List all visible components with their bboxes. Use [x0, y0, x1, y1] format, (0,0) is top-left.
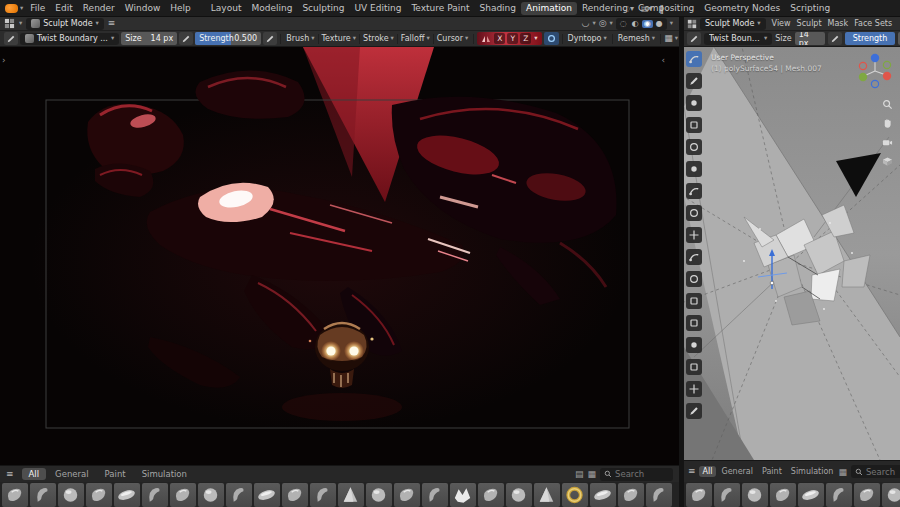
editor-type-caret-icon[interactable]: ▾ — [19, 20, 22, 27]
popover-stroke[interactable]: Stroke▾ — [361, 34, 396, 43]
left-shelf-tab-general[interactable]: General — [48, 468, 96, 480]
brush-selector-right[interactable]: Twist Boundary ... ▾ — [704, 33, 772, 45]
tool-cloth-button[interactable] — [686, 315, 702, 331]
grid-display-caret-icon[interactable]: ▾ — [675, 35, 678, 42]
symmetry-caret-icon[interactable]: ▾ — [534, 35, 537, 42]
toolbar-expand-icon[interactable]: › — [2, 55, 6, 65]
menu-file[interactable]: File — [25, 2, 50, 15]
brush-selector[interactable]: Twist Boundary ... ▾ — [20, 33, 119, 45]
popover-remesh[interactable]: Remesh ▾ — [616, 34, 657, 43]
tool-snake-hook-button[interactable] — [686, 249, 702, 265]
left-brush-thumb[interactable] — [338, 483, 364, 507]
tool-boundary-button[interactable] — [686, 293, 702, 309]
right-brush-thumb[interactable] — [770, 483, 796, 507]
grid-view-icon[interactable]: ▦ — [587, 469, 596, 479]
grid-display-icon[interactable]: ▦ — [664, 34, 673, 43]
left-brush-thumb[interactable] — [254, 483, 280, 507]
left-brush-thumb[interactable] — [226, 483, 252, 507]
falloff-shape-icon[interactable] — [544, 32, 559, 45]
left-brush-thumb[interactable] — [30, 483, 56, 507]
grid-view-icon[interactable]: ▦ — [838, 467, 847, 477]
left-brush-thumb[interactable] — [422, 483, 448, 507]
left-brush-thumb[interactable] — [86, 483, 112, 507]
left-shelf-tab-paint[interactable]: Paint — [98, 468, 133, 480]
popover-cursor[interactable]: Cursor▾ — [435, 34, 471, 43]
tool-transform-button[interactable] — [686, 381, 702, 397]
left-brush-thumb[interactable] — [534, 483, 560, 507]
blender-logo-icon[interactable] — [5, 4, 18, 13]
gizmo-toggle-icon[interactable]: ◎ — [599, 19, 607, 28]
left-brush-thumb[interactable] — [590, 483, 616, 507]
shading-caret-icon[interactable]: ▾ — [670, 20, 673, 27]
menu-render[interactable]: Render — [78, 2, 120, 15]
right-brush-thumb[interactable] — [854, 483, 880, 507]
strength-slider-right[interactable]: Strength — [845, 32, 896, 45]
size-slider-right[interactable]: 14 px — [795, 32, 825, 45]
popover-texture[interactable]: Texture▾ — [320, 34, 359, 43]
left-brush-thumb[interactable] — [58, 483, 84, 507]
workspace-tab-shading[interactable]: Shading — [474, 2, 521, 15]
tool-pose-button[interactable] — [686, 271, 702, 287]
tool-draw-sharp-button[interactable] — [686, 73, 702, 89]
strength-pressure-icon[interactable] — [263, 32, 277, 45]
snap-magnet-icon[interactable]: ◡ — [582, 19, 590, 28]
orientation-gizmo[interactable] — [855, 51, 895, 91]
left-shelf-tab-simulation[interactable]: Simulation — [135, 468, 194, 480]
left-brush-thumb[interactable] — [394, 483, 420, 507]
tool-smooth-button[interactable] — [686, 205, 702, 221]
zoom-icon[interactable] — [882, 99, 893, 110]
tool-trim-button[interactable] — [686, 359, 702, 375]
perspective-toggle-icon[interactable] — [882, 156, 893, 167]
mode-selector-right[interactable]: Sculpt Mode ▾ — [700, 18, 766, 30]
right-shelf-tab-all[interactable]: All — [699, 466, 717, 477]
left-brush-thumb[interactable] — [506, 483, 532, 507]
right-3d-viewport[interactable]: User Perspective (1) polySurface54 | Mes… — [684, 47, 900, 460]
left-brush-thumb[interactable] — [450, 483, 476, 507]
right-shelf-tab-simulation[interactable]: Simulation — [787, 466, 838, 477]
popover-falloff[interactable]: Falloff▾ — [399, 34, 432, 43]
editor-type-icon[interactable] — [4, 18, 15, 29]
tool-inflate-button[interactable] — [686, 139, 702, 155]
left-3d-viewport[interactable]: › ‹ — [0, 47, 679, 465]
shading-material-icon[interactable]: ◉ — [642, 20, 653, 28]
view-layer-selector-icon[interactable]: ▤▾ — [641, 4, 653, 13]
tool-clay-strips-button[interactable] — [686, 117, 702, 133]
tool-draw-button[interactable] — [686, 51, 702, 67]
size-slider[interactable]: Size 14 px — [121, 32, 177, 45]
tool-blob-button[interactable] — [686, 161, 702, 177]
left-brush-thumb[interactable] — [478, 483, 504, 507]
left-brush-thumb[interactable] — [198, 483, 224, 507]
tool-clay-button[interactable] — [686, 95, 702, 111]
header-menu-icon[interactable]: ≡ — [108, 19, 116, 28]
left-brush-thumb[interactable] — [646, 483, 672, 507]
left-brush-thumb[interactable] — [114, 483, 140, 507]
mode-selector[interactable]: Sculpt Mode ▾ — [26, 18, 104, 30]
menu-view[interactable]: View — [769, 17, 794, 30]
left-brush-thumb[interactable] — [618, 483, 644, 507]
left-brush-thumb[interactable] — [366, 483, 392, 507]
popover-dyntopo[interactable]: Dyntopo ▾ — [566, 34, 609, 43]
menu-help[interactable]: Help — [165, 2, 196, 15]
tool-grab-button[interactable] — [686, 227, 702, 243]
shading-rendered-icon[interactable]: ● — [654, 20, 665, 28]
shading-wireframe-icon[interactable]: ◌ — [618, 20, 629, 28]
right-shelf-tab-general[interactable]: General — [717, 466, 757, 477]
symmetry-z-toggle[interactable]: Z — [520, 33, 531, 44]
workspace-tab-layout[interactable]: Layout — [206, 2, 247, 15]
snap-caret-icon[interactable]: ▾ — [592, 20, 595, 27]
camera-view-icon[interactable] — [882, 137, 893, 148]
tool-annotate-button[interactable] — [686, 403, 702, 419]
left-brush-thumb[interactable] — [562, 483, 588, 507]
right-shelf-tab-paint[interactable]: Paint — [758, 466, 786, 477]
left-brush-thumb[interactable] — [142, 483, 168, 507]
left-brush-thumb[interactable] — [170, 483, 196, 507]
right-shelf-search[interactable] — [851, 465, 900, 478]
size-pressure-icon[interactable] — [179, 32, 193, 45]
sidebar-expand-icon[interactable]: ‹ — [661, 55, 665, 65]
menu-window[interactable]: Window — [120, 2, 166, 15]
menu-edit[interactable]: Edit — [50, 2, 77, 15]
menu-sculpt[interactable]: Sculpt — [794, 17, 825, 30]
workspace-tab-geometry-nodes[interactable]: Geometry Nodes — [699, 2, 785, 15]
menu-face-sets[interactable]: Face Sets — [851, 17, 895, 30]
search-input[interactable] — [866, 467, 898, 477]
